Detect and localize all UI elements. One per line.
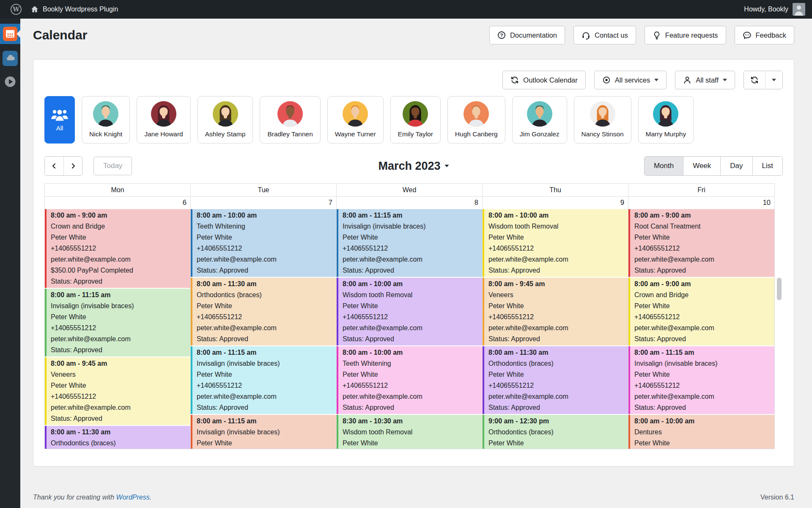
staff-card-emily-taylor[interactable]: Emily Taylor — [390, 96, 441, 144]
view-button-list[interactable]: List — [752, 157, 782, 175]
today-button[interactable]: Today — [93, 157, 132, 175]
event-detail-line: Peter White — [634, 438, 770, 449]
event-detail-line: Status: Approved — [343, 334, 478, 345]
staff-card-wayne-turner[interactable]: Wayne Turner — [327, 96, 384, 144]
event-detail-line: Orthodontics (braces) — [488, 427, 624, 438]
appointment-event[interactable]: 8:30 am - 10:30 amWisdom tooth RemovalPe… — [337, 415, 482, 449]
event-detail-line: peter.white@example.com — [51, 402, 186, 413]
event-time: 8:00 am - 11:30 am — [51, 427, 186, 438]
appointment-event[interactable]: 8:00 am - 9:00 amCrown and BridgePeter W… — [45, 209, 190, 288]
site-name: Bookly Wordpress Plugin — [43, 6, 118, 13]
event-time: 8:00 am - 11:15 am — [197, 416, 332, 427]
event-detail-line: Peter White — [634, 301, 770, 312]
contact-us-button[interactable]: Contact us — [573, 26, 636, 44]
event-time: 8:00 am - 11:30 am — [197, 279, 332, 290]
collapse-menu-button[interactable] — [3, 75, 17, 89]
staff-card-hugh-canberg[interactable]: Hugh Canberg — [447, 96, 505, 144]
event-detail-line: peter.white@example.com — [488, 323, 624, 334]
view-button-week[interactable]: Week — [683, 157, 720, 175]
event-detail-line: +14065551212 — [51, 391, 186, 402]
wp-version: Version 6.1 — [760, 494, 794, 501]
appointment-event[interactable]: 8:00 am - 9:00 amCrown and BridgePeter W… — [628, 278, 774, 345]
appointment-event[interactable]: 8:00 am - 9:45 amVeneersPeter White+1406… — [45, 357, 190, 425]
appointment-event[interactable]: 8:00 am - 9:45 amVeneersPeter White+1406… — [483, 278, 628, 345]
vertical-scrollbar-thumb[interactable] — [777, 278, 782, 300]
feedback-label: Feedback — [756, 31, 786, 39]
documentation-button[interactable]: ?Documentation — [489, 26, 565, 44]
event-detail-line: +14065551212 — [197, 380, 332, 391]
event-time: 8:00 am - 11:15 am — [634, 347, 770, 358]
calendar-grid-wrapper: MonTueWedThuFri 68:00 am - 9:00 amCrown … — [44, 183, 783, 449]
staff-card-nancy-stinson[interactable]: Nancy Stinson — [574, 96, 631, 144]
appointment-event[interactable]: 8:00 am - 11:15 amInvisalign (invisable … — [337, 209, 482, 277]
event-detail-line: +14065551212 — [634, 312, 770, 323]
appointment-event[interactable]: 9:00 am - 12:30 pmOrthodontics (braces)P… — [483, 415, 628, 449]
staff-name: Nancy Stinson — [582, 130, 624, 138]
event-detail-line: Status: Approved — [634, 402, 770, 413]
event-time: 8:00 am - 9:00 am — [51, 210, 186, 221]
event-detail-line: Crown and Bridge — [634, 290, 770, 301]
staff-avatar — [151, 101, 177, 127]
next-button[interactable] — [63, 157, 82, 175]
all-staff-button[interactable]: All staff — [675, 71, 735, 89]
staff-card-jane-howard[interactable]: Jane Howard — [137, 96, 190, 144]
appointment-event[interactable]: 8:00 am - 10:00 amWisdom tooth RemovalPe… — [337, 278, 482, 345]
staff-card-jim-gonzalez[interactable]: Jim Gonzalez — [512, 96, 567, 144]
account-menu[interactable]: Howdy, Bookly — [744, 3, 806, 16]
staff-card-bradley-tannen[interactable]: Bradley Tannen — [260, 96, 320, 144]
prev-button[interactable] — [45, 157, 63, 175]
page-header-buttons: ?DocumentationContact usFeature requests… — [489, 26, 794, 44]
appointment-event[interactable]: 8:00 am - 11:15 amInvisalign (invisable … — [191, 415, 336, 449]
staff-avatar — [277, 101, 303, 127]
staff-avatar — [590, 101, 616, 127]
site-menu-link[interactable]: Bookly Wordpress Plugin — [26, 0, 122, 19]
event-detail-line: Peter White — [51, 380, 186, 391]
event-detail-line: +14065551212 — [488, 312, 624, 323]
event-time: 8:00 am - 9:00 am — [634, 279, 770, 290]
staff-filter-all-button[interactable]: All — [44, 96, 75, 144]
appointment-event[interactable]: 8:00 am - 10:00 amDenturesPeter White — [628, 415, 774, 449]
sidebar-item-bookly-cloud[interactable] — [3, 51, 18, 66]
appointment-event[interactable]: 8:00 am - 10:00 amTeeth WhiteningPeter W… — [191, 209, 336, 277]
appointment-event[interactable]: 8:00 am - 11:30 amOrthodontics (braces)P… — [483, 346, 628, 414]
staff-card-ashley-stamp[interactable]: Ashley Stamp — [198, 96, 253, 144]
appointment-event[interactable]: 8:00 am - 11:30 amOrthodontics (braces)P… — [191, 278, 336, 345]
event-detail-line: +14065551212 — [51, 243, 186, 254]
appointment-event[interactable]: 8:00 am - 11:15 amInvisalign (invisable … — [628, 346, 774, 414]
appointment-event[interactable]: 8:00 am - 11:15 amInvisalign (invisable … — [45, 289, 190, 356]
day-header-tue: Tue — [191, 184, 337, 196]
event-detail-line: peter.white@example.com — [634, 323, 770, 334]
staff-name: Jane Howard — [144, 130, 183, 138]
sidebar-item-bookly-calendar[interactable] — [0, 24, 20, 44]
month-title-dropdown[interactable]: March 2023 — [378, 160, 449, 173]
event-detail-line: +14065551212 — [343, 312, 478, 323]
outlook-calendar-button[interactable]: Outlook Calendar — [502, 71, 585, 89]
appointment-event[interactable]: 8:00 am - 10:00 amTeeth WhiteningPeter W… — [337, 346, 482, 414]
view-button-month[interactable]: Month — [645, 157, 683, 175]
appointment-event[interactable]: 8:00 am - 10:00 amWisdom tooth RemovalPe… — [483, 209, 628, 277]
view-button-day[interactable]: Day — [720, 157, 752, 175]
appointment-event[interactable]: 8:00 am - 11:15 amInvisalign (invisable … — [191, 346, 336, 414]
wp-admin-sidebar — [0, 19, 20, 508]
wordpress-link[interactable]: WordPress — [116, 494, 150, 501]
event-detail-line: Status: Approved — [488, 265, 624, 276]
event-time: 9:00 am - 12:30 pm — [488, 416, 624, 427]
all-services-button[interactable]: All services — [594, 71, 667, 89]
refresh-button[interactable] — [744, 71, 765, 89]
sync-icon — [510, 76, 519, 84]
event-detail-line: Wisdom tooth Removal — [488, 221, 624, 232]
staff-card-marry-murphy[interactable]: Marry Murphy — [638, 96, 694, 144]
appointment-event[interactable]: 8:00 am - 9:00 amRoot Canal TreatmentPet… — [628, 209, 774, 277]
feedback-button[interactable]: Feedback — [735, 26, 794, 44]
wp-logo-menu[interactable]: W — [6, 0, 26, 19]
chat-icon — [743, 31, 752, 40]
staff-card-nick-knight[interactable]: Nick Knight — [82, 96, 130, 144]
play-circle-icon — [3, 75, 17, 89]
feature-requests-button[interactable]: Feature requests — [645, 26, 726, 44]
refresh-options-button[interactable] — [765, 71, 782, 89]
target-icon — [602, 76, 611, 84]
caret-down-icon — [772, 79, 776, 81]
appointment-event[interactable]: 8:00 am - 11:30 amOrthodontics (braces) — [45, 426, 190, 449]
event-detail-line: +14065551212 — [343, 380, 478, 391]
event-detail-line: Peter White — [51, 312, 186, 323]
